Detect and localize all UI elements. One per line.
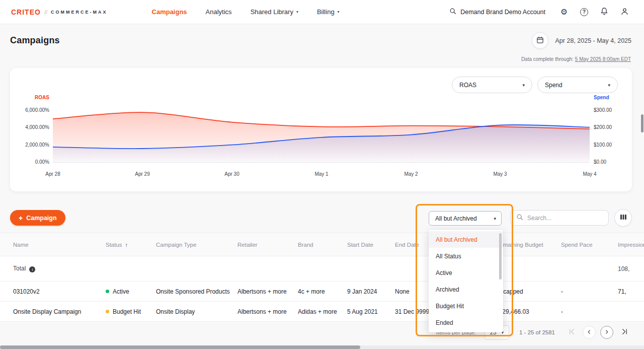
table-header-row: Name Status↑ Campaign Type Retailer Bran… xyxy=(0,233,644,256)
last-page-button[interactable] xyxy=(618,326,631,339)
search-input[interactable] xyxy=(527,215,603,222)
bell-icon xyxy=(600,7,608,17)
account-name: Demand Brand Demo Account xyxy=(460,9,545,16)
help-button[interactable]: ? xyxy=(576,4,593,21)
menu-item-ended[interactable]: Ended xyxy=(429,314,503,331)
add-campaign-button[interactable]: + Campaign xyxy=(10,210,65,226)
account-selector[interactable]: Demand Brand Demo Account xyxy=(449,8,545,16)
status-filter-menu: All but Archived All Status Active Archi… xyxy=(429,230,503,332)
settings-button[interactable]: ⚙ xyxy=(555,4,573,21)
caret-down-icon: ▾ xyxy=(522,83,525,88)
right-axis-title: Spend xyxy=(594,95,609,100)
campaign-start-date: 5 Aug 2021 xyxy=(347,302,395,322)
chart-plot xyxy=(53,110,590,162)
right-metric-select[interactable]: Spend ▾ xyxy=(537,77,618,93)
campaign-impressions xyxy=(618,302,644,322)
column-settings-button[interactable] xyxy=(614,209,632,227)
horizontal-scrollbar[interactable] xyxy=(0,345,360,349)
info-icon[interactable]: i xyxy=(29,266,35,272)
first-page-icon xyxy=(568,328,576,337)
campaign-impressions: 71, xyxy=(618,282,644,302)
col-header-campaign-type[interactable]: Campaign Type xyxy=(156,233,237,256)
campaign-remaining-budget: Uncapped xyxy=(496,282,561,302)
calendar-icon xyxy=(536,36,544,45)
axis-tick: $100.00 xyxy=(594,142,612,148)
nav-label: Analytics xyxy=(206,8,232,16)
gear-icon: ⚙ xyxy=(560,8,568,16)
main-nav: Campaigns Analytics Shared Library▾ Bill… xyxy=(152,8,340,16)
nav-item-billing[interactable]: Billing▾ xyxy=(317,8,340,16)
nav-label: Shared Library xyxy=(251,8,293,16)
chevron-left-icon xyxy=(586,328,593,337)
criteo-logo[interactable]: CRITEO // COMMERCE-MAX xyxy=(11,8,108,16)
caret-down-icon: ▾ xyxy=(296,10,298,14)
left-metric-value: ROAS xyxy=(459,82,476,89)
table-row[interactable]: 031020v2 Active Onsite Sponsored Product… xyxy=(0,282,644,302)
col-header-brand[interactable]: Brand xyxy=(298,233,347,256)
vertical-scrollbar[interactable] xyxy=(641,114,643,132)
campaign-spend-pace: - xyxy=(561,302,618,322)
search-icon xyxy=(449,8,456,16)
table-footer: Items per page: 25 ▾ 1 - 25 of 2581 xyxy=(0,322,644,342)
previous-page-button[interactable] xyxy=(583,326,596,339)
campaign-name: 031020v2 xyxy=(0,282,106,302)
performance-chart-card: ROAS ▾ Spend ▾ ROAS Spend 6,000.00% 4,00… xyxy=(10,68,632,191)
x-axis-label: Apr 28 xyxy=(38,171,68,177)
caret-down-icon: ▾ xyxy=(494,216,496,221)
campaign-brand: Adidas + more xyxy=(298,302,347,322)
col-header-remaining-budget[interactable]: Remaining Budget xyxy=(496,233,561,256)
col-header-retailer[interactable]: Retailer xyxy=(237,233,298,256)
campaign-type: Onsite Display xyxy=(156,302,237,322)
x-axis-label: Apr 29 xyxy=(127,171,157,177)
total-label: Total xyxy=(13,265,26,272)
plus-icon: + xyxy=(19,215,23,222)
x-axis-label: May 1 xyxy=(306,171,337,177)
sort-asc-icon: ↑ xyxy=(125,242,128,248)
total-row: Totali 108, xyxy=(0,256,644,282)
person-icon xyxy=(620,7,629,17)
status-filter-value: All but Archived xyxy=(435,215,477,222)
total-impressions: 108, xyxy=(618,265,629,272)
nav-item-shared-library[interactable]: Shared Library▾ xyxy=(251,8,298,16)
chart-metric-selects: ROAS ▾ Spend ▾ xyxy=(452,77,618,93)
nav-item-campaigns[interactable]: Campaigns xyxy=(152,8,187,16)
x-axis-labels: Apr 28 Apr 29 Apr 30 May 1 May 2 May 3 M… xyxy=(10,171,632,178)
menu-scrollbar[interactable] xyxy=(499,233,502,280)
status-dot xyxy=(106,290,109,293)
nav-label: Billing xyxy=(317,8,335,16)
menu-item-all-but-archived[interactable]: All but Archived xyxy=(429,231,503,248)
menu-item-archived[interactable]: Archived xyxy=(429,281,503,298)
first-page-button[interactable] xyxy=(565,326,578,339)
date-range-text[interactable]: Apr 28, 2025 - May 4, 2025 xyxy=(555,37,631,44)
campaign-spend-pace: - xyxy=(561,282,618,302)
columns-icon xyxy=(620,214,627,222)
left-metric-select[interactable]: ROAS ▾ xyxy=(452,77,532,93)
col-header-status[interactable]: Status↑ xyxy=(106,233,156,256)
data-complete-prefix: Data complete through: xyxy=(521,56,574,62)
caret-down-icon: ▾ xyxy=(338,10,340,14)
menu-item-budget-hit[interactable]: Budget Hit xyxy=(429,298,503,314)
menu-item-all-status[interactable]: All Status xyxy=(429,248,503,264)
chevron-right-icon xyxy=(603,328,610,337)
campaign-name: Onsite Display Campaign xyxy=(0,302,106,322)
axis-tick: 6,000.00% xyxy=(10,107,49,113)
profile-button[interactable] xyxy=(616,4,633,21)
menu-item-active[interactable]: Active xyxy=(429,264,503,281)
campaigns-table: Name Status↑ Campaign Type Retailer Bran… xyxy=(0,233,644,322)
status-filter-select[interactable]: All but Archived ▾ xyxy=(429,211,502,226)
col-header-spend-pace[interactable]: Spend Pace xyxy=(561,233,618,256)
notifications-button[interactable] xyxy=(596,4,613,21)
data-complete-link[interactable]: 5 May 2025 8:00am EDT xyxy=(575,56,631,62)
nav-item-analytics[interactable]: Analytics xyxy=(206,8,232,16)
page-title: Campaigns xyxy=(10,35,60,46)
x-axis-label: May 2 xyxy=(396,171,426,177)
calendar-button[interactable] xyxy=(532,32,548,49)
col-header-impressions[interactable]: Impressions xyxy=(618,233,644,256)
campaign-start-date: 9 Jan 2024 xyxy=(347,282,395,302)
table-row[interactable]: Onsite Display Campaign Budget Hit Onsit… xyxy=(0,302,644,322)
add-campaign-label: Campaign xyxy=(26,215,56,222)
axis-tick: $300.00 xyxy=(594,107,612,113)
col-header-start-date[interactable]: Start Date xyxy=(347,233,395,256)
col-header-name[interactable]: Name xyxy=(0,233,106,256)
next-page-button[interactable] xyxy=(600,326,613,339)
